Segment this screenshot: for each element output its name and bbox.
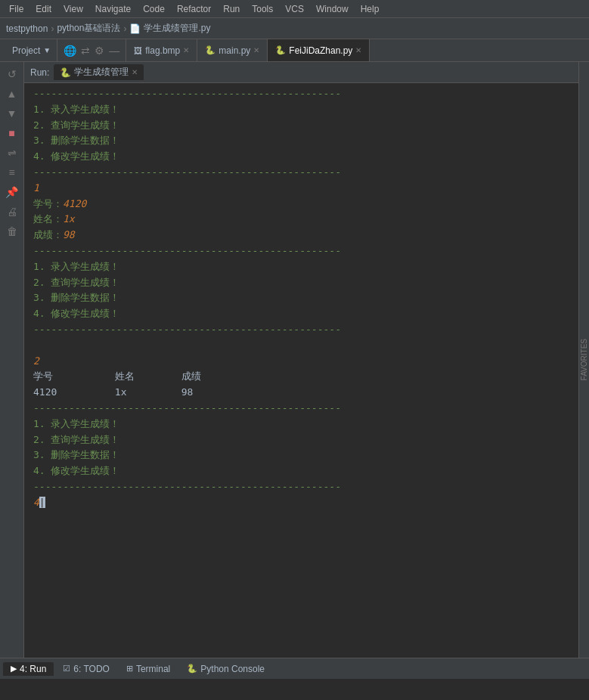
divider-3: ----------------------------------------… — [33, 243, 569, 259]
breadcrumb-sep-2: › — [123, 23, 126, 34]
bottom-tabs: ▶ 4: Run ☑ 6: TODO ⊞ Terminal 🐍 Python C… — [0, 658, 589, 679]
menu-item-1-3: 3. 删除学生数据！ — [33, 133, 569, 149]
bottom-tab-todo-label: 6: TODO — [73, 664, 110, 674]
tab-main-close[interactable]: ✕ — [253, 46, 259, 54]
pin-btn[interactable]: 📌 — [3, 183, 21, 201]
print-btn[interactable]: 🖨 — [3, 203, 21, 221]
divider-1: ----------------------------------------… — [33, 86, 569, 102]
stop-btn[interactable]: ■ — [3, 124, 21, 142]
menu-help[interactable]: Help — [355, 2, 386, 16]
table-row-1: 4120 1x 98 — [33, 385, 569, 401]
main-area: ↺ ▲ ▼ ■ ⇌ ≡ 📌 🖨 🗑 Run: 🐍 学生成绩管理 ✕ ------… — [0, 62, 589, 658]
left-toolbar: ↺ ▲ ▼ ■ ⇌ ≡ 📌 🖨 🗑 — [0, 62, 24, 658]
breadcrumb-sep-1: › — [51, 23, 54, 34]
menu-item-1-1: 1. 录入学生成绩！ — [33, 102, 569, 118]
choice-4-input: 4| — [33, 495, 569, 511]
menu-item-2-4: 4. 修改学生成绩！ — [33, 306, 569, 322]
project-dropdown-icon: ▼ — [43, 46, 51, 54]
menu-item-3-4: 4. 修改学生成绩！ — [33, 463, 569, 479]
run-tab[interactable]: 🐍 学生成绩管理 ✕ — [54, 64, 144, 80]
run-tab-close[interactable]: ✕ — [132, 68, 138, 76]
todo-icon: ☑ — [63, 664, 70, 674]
tab-feiji-icon: 🐍 — [275, 45, 286, 55]
delete-btn[interactable]: 🗑 — [3, 222, 21, 240]
tab-flag-icon: 🖼 — [134, 46, 142, 55]
gutter-label: FAVORITES — [580, 339, 588, 380]
run-panel: Run: 🐍 学生成绩管理 ✕ ------------------------… — [24, 62, 578, 658]
project-label: Project — [12, 45, 40, 56]
menubar: File Edit View Navigate Code Refactor Ru… — [0, 0, 589, 18]
tabbar: Project ▼ 🌐 ⇄ ⚙ — 🖼 flag.bmp ✕ 🐍 main.py… — [0, 39, 589, 62]
project-panel[interactable]: Project ▼ — [6, 39, 57, 61]
divider-6: ----------------------------------------… — [33, 479, 569, 495]
tab-main-icon: 🐍 — [205, 45, 215, 55]
breadcrumb-project[interactable]: testpython — [6, 23, 48, 34]
tab-main-py[interactable]: 🐍 main.py ✕ — [197, 39, 268, 61]
scroll-up-btn[interactable]: ▲ — [3, 85, 21, 103]
bottom-tab-todo[interactable]: ☑ 6: TODO — [55, 662, 117, 676]
bottom-tab-terminal[interactable]: ⊞ Terminal — [119, 662, 178, 676]
globe-icon[interactable]: 🌐 — [64, 45, 76, 57]
bottom-tab-run[interactable]: ▶ 4: Run — [3, 662, 54, 676]
breadcrumb-file[interactable]: 学生成绩管理.py — [144, 22, 210, 35]
sort-btn[interactable]: ≡ — [3, 163, 21, 181]
divider-5: ----------------------------------------… — [33, 401, 569, 417]
bottom-tab-python-label: Python Console — [200, 664, 265, 674]
restart-btn[interactable]: ↺ — [3, 65, 21, 83]
tab-feiji-label: FeiJiDaZhan.py — [289, 45, 352, 56]
bottom-tab-run-label: 4: Run — [20, 664, 46, 674]
menu-vcs[interactable]: VCS — [279, 2, 310, 16]
split-icon[interactable]: ⇄ — [81, 45, 90, 57]
menu-view[interactable]: View — [57, 2, 89, 16]
breadcrumb-folder[interactable]: python基础语法 — [57, 22, 120, 35]
run-tab-icon: 🐍 — [60, 67, 71, 78]
settings-icon[interactable]: ⚙ — [95, 45, 104, 57]
bottom-tab-terminal-label: Terminal — [136, 664, 170, 674]
choice-2: 2 — [33, 354, 569, 370]
tab-icons-group: 🌐 ⇄ ⚙ — — [57, 39, 126, 61]
terminal-icon: ⊞ — [126, 664, 133, 674]
menu-item-3-1: 1. 录入学生成绩！ — [33, 417, 569, 432]
chengji-line: 成绩：98 — [33, 228, 569, 243]
menu-navigate[interactable]: Navigate — [89, 2, 137, 16]
menu-item-2-1: 1. 录入学生成绩！ — [33, 259, 569, 275]
menu-code[interactable]: Code — [137, 2, 171, 16]
divider-2: ----------------------------------------… — [33, 165, 569, 181]
console-output[interactable]: ----------------------------------------… — [24, 83, 578, 658]
menu-tools[interactable]: Tools — [246, 2, 279, 16]
tab-flag-close[interactable]: ✕ — [183, 46, 189, 54]
wrap-btn[interactable]: ⇌ — [3, 144, 21, 162]
run-icon: ▶ — [11, 664, 17, 674]
menu-item-2-3: 3. 删除学生数据！ — [33, 290, 569, 306]
breadcrumb-icon: 📄 — [129, 23, 141, 34]
run-label: Run: — [30, 67, 49, 78]
run-tab-label: 学生成绩管理 — [74, 66, 129, 79]
menu-window[interactable]: Window — [310, 2, 355, 16]
python-console-icon: 🐍 — [187, 664, 197, 674]
tab-flag-label: flag.bmp — [145, 45, 180, 56]
right-gutter: FAVORITES — [578, 62, 589, 658]
xuehao-line: 学号：4120 — [33, 197, 569, 212]
menu-item-1-4: 4. 修改学生成绩！ — [33, 149, 569, 165]
table-headers: 学号 姓名 成绩 — [33, 369, 569, 385]
xingming-line: 姓名：1x — [33, 212, 569, 228]
choice-1: 1 — [33, 181, 569, 197]
menu-item-2-2: 2. 查询学生成绩！ — [33, 275, 569, 291]
tab-feiji[interactable]: 🐍 FeiJiDaZhan.py ✕ — [268, 39, 370, 61]
tab-feiji-close[interactable]: ✕ — [355, 46, 361, 54]
divider-4: ----------------------------------------… — [33, 322, 569, 338]
tab-flag-bmp[interactable]: 🖼 flag.bmp ✕ — [126, 39, 197, 61]
menu-item-3-2: 2. 查询学生成绩！ — [33, 432, 569, 448]
bottom-tab-python-console[interactable]: 🐍 Python Console — [179, 662, 272, 676]
menu-edit[interactable]: Edit — [29, 2, 57, 16]
breadcrumb: testpython › python基础语法 › 📄 学生成绩管理.py — [0, 18, 589, 39]
menu-file[interactable]: File — [3, 2, 29, 16]
tab-main-label: main.py — [219, 45, 250, 56]
menu-item-3-3: 3. 删除学生数据！ — [33, 448, 569, 463]
menu-item-1-2: 2. 查询学生成绩！ — [33, 118, 569, 134]
menu-refactor[interactable]: Refactor — [171, 2, 217, 16]
scroll-down-btn[interactable]: ▼ — [3, 104, 21, 122]
menu-run[interactable]: Run — [217, 2, 246, 16]
run-header: Run: 🐍 学生成绩管理 ✕ — [24, 62, 578, 83]
minimize-icon[interactable]: — — [109, 45, 119, 57]
